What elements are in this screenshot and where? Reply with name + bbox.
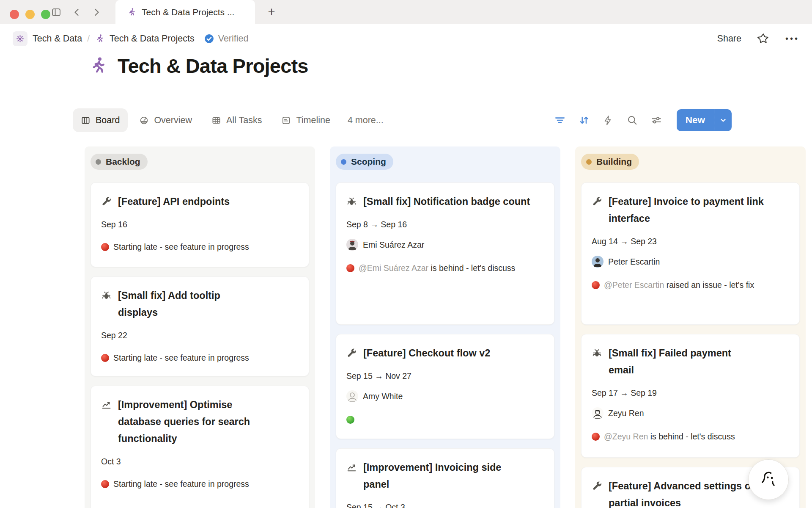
card-title: [Feature] Checkout flow v2 (363, 345, 490, 362)
card-date: Sep 15 → Oct 3 (346, 502, 544, 508)
tab-board-label: Board (96, 115, 120, 126)
column-header-building[interactable]: Building (581, 154, 639, 170)
card-assignee: Peter Escartin (592, 256, 789, 268)
board-icon (81, 116, 91, 125)
runner-icon (95, 34, 104, 44)
avatar (592, 256, 604, 268)
tab-timeline[interactable]: Timeline (273, 108, 338, 132)
wrench-icon (346, 348, 357, 359)
forward-icon[interactable] (91, 7, 102, 17)
chevron-down-icon (719, 116, 727, 124)
column-header-backlog[interactable]: Backlog (91, 154, 148, 170)
ai-assistant-button[interactable] (748, 459, 789, 500)
card-status: @Peter Escartin raised an issue - let's … (592, 277, 789, 293)
wrench-icon (592, 196, 602, 207)
assignee-name: Zeyu Ren (608, 408, 644, 418)
tab-all-tasks[interactable]: All Tasks (203, 108, 270, 132)
breadcrumb-separator: / (87, 33, 90, 44)
tab-board[interactable]: Board (73, 108, 128, 132)
red-circle-icon (346, 264, 354, 272)
new-tab-button[interactable]: + (263, 3, 280, 20)
more-options-button[interactable]: ••• (785, 34, 799, 44)
card[interactable]: [Small fix] Failed payment email Sep 17 … (581, 334, 800, 458)
breadcrumb: Tech & Data / Tech & Data Projects Verif… (0, 24, 812, 53)
breadcrumb-team[interactable]: Tech & Data (33, 33, 82, 44)
card-status: Starting late - see feature in progress (101, 239, 299, 255)
bug-icon (346, 196, 357, 207)
verified-seal-icon (204, 33, 214, 44)
new-button[interactable]: New (677, 109, 732, 131)
new-dropdown[interactable] (714, 109, 732, 131)
wrench-icon (101, 196, 112, 207)
mention: @Zeyu Ren (604, 432, 648, 441)
card[interactable]: [Feature] Checkout flow v2 Sep 15 → Nov … (336, 334, 554, 439)
zoom-button[interactable] (41, 10, 50, 19)
verified-badge[interactable]: Verified (204, 33, 249, 44)
card[interactable]: [Small fix] Notification badge count Sep… (336, 182, 554, 325)
kanban-board: Backlog [Feature] API endpoints Sep 16 S… (85, 146, 806, 508)
search-button[interactable] (627, 115, 638, 126)
share-button[interactable]: Share (717, 33, 741, 44)
sort-button[interactable] (579, 115, 590, 126)
card-title: [Small fix] Add tooltip displays (118, 287, 258, 321)
card[interactable]: [Feature] Invoice to payment link interf… (581, 182, 800, 325)
card-title-row: [Small fix] Notification badge count (346, 193, 544, 210)
card-status: Starting late - see feature in progress (101, 350, 299, 366)
avatar (346, 390, 358, 402)
filter-button[interactable] (554, 115, 565, 126)
card-date: Sep 17 → Sep 19 (592, 388, 789, 398)
card[interactable]: [Improvement] Optimise database queries … (91, 386, 309, 508)
filter-icon (554, 115, 565, 126)
ai-face-icon (759, 470, 778, 489)
view-settings-button[interactable] (651, 115, 662, 126)
card-title-row: [Feature] Checkout flow v2 (346, 345, 544, 362)
column-backlog: Backlog [Feature] API endpoints Sep 16 S… (85, 146, 315, 508)
breadcrumb-page[interactable]: Tech & Data Projects (110, 33, 195, 44)
back-icon[interactable] (72, 7, 82, 17)
bug-icon (101, 290, 112, 301)
card-assignee: Amy White (346, 390, 544, 402)
card-status: @Zeyu Ren is behind - let's discuss (592, 428, 789, 444)
close-button[interactable] (10, 10, 19, 19)
card-title-row: [Improvement] Invoicing side panel (346, 459, 544, 493)
red-circle-icon (101, 243, 109, 251)
new-button-label: New (677, 109, 714, 131)
card-date: Oct 3 (101, 456, 299, 467)
card-title: [Small fix] Notification badge count (363, 193, 530, 210)
favorite-star-icon[interactable] (757, 33, 769, 44)
avatar (346, 239, 358, 251)
assignee-name: Emi Suárez Azar (363, 240, 424, 250)
card-title-row: [Feature] Invoice to payment link interf… (592, 193, 789, 227)
card-title: [Feature] Advanced settings on partial i… (609, 478, 761, 508)
card-assignee: Emi Suárez Azar (346, 239, 544, 251)
avatar (592, 407, 604, 419)
search-icon (627, 115, 638, 126)
tab-title: Tech & Data Projects ... (142, 7, 234, 17)
sliders-icon (651, 115, 662, 126)
card-title: [Improvement] Optimise database queries … (118, 396, 270, 447)
card[interactable]: [Feature] API endpoints Sep 16 Starting … (91, 182, 309, 267)
more-views-button[interactable]: 4 more... (342, 115, 390, 126)
page-title: Tech & Data Projects (118, 54, 308, 77)
minimize-button[interactable] (25, 10, 35, 19)
column-scoping: Scoping [Small fix] Notification badge c… (330, 146, 560, 508)
team-icon-chip[interactable] (13, 31, 27, 46)
tab-tech-data-projects[interactable]: Tech & Data Projects ... (115, 0, 255, 24)
red-circle-icon (101, 354, 109, 362)
red-circle-icon (101, 480, 109, 488)
card-date: Sep 22 (101, 330, 299, 340)
status-dot-blue (341, 159, 346, 165)
automations-button[interactable] (603, 115, 614, 126)
gear-icon (16, 34, 25, 43)
card[interactable]: [Small fix] Add tooltip displays Sep 22 … (91, 276, 309, 376)
column-building: Building [Feature] Invoice to payment li… (575, 146, 806, 508)
card[interactable]: [Improvement] Invoicing side panel Sep 1… (336, 448, 554, 508)
column-header-scoping[interactable]: Scoping (336, 154, 393, 170)
tab-overview[interactable]: Overview (131, 108, 200, 132)
sidebar-toggle-icon[interactable] (51, 7, 61, 17)
card-date: Aug 14 → Sep 23 (592, 236, 789, 246)
card-title-row: [Small fix] Add tooltip displays (101, 287, 299, 321)
card-status: @Emi Suárez Azar is behind - let's discu… (346, 260, 544, 276)
mention: @Peter Escartin (604, 280, 664, 290)
status-dot-orange (586, 159, 592, 165)
